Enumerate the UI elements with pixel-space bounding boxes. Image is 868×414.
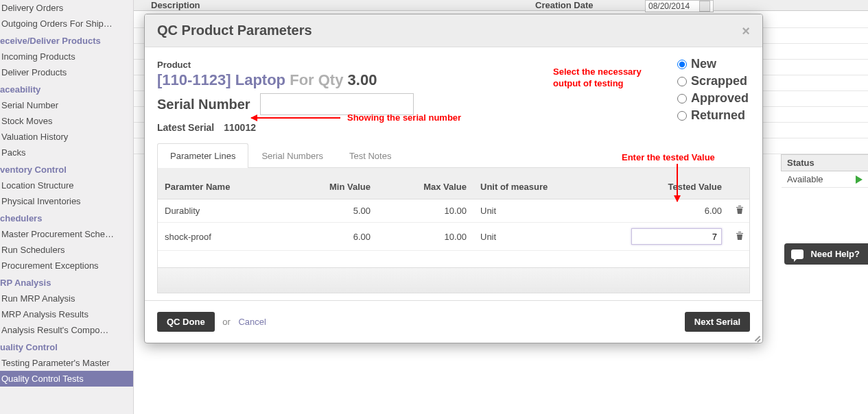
column-status: Status [781, 154, 868, 171]
serial-number-label: Serial Number [157, 97, 250, 112]
sidebar-section[interactable]: aceability [0, 80, 133, 97]
tested-value-input[interactable] [631, 228, 722, 245]
qc-modal: QC Product Parameters × Product [110-112… [144, 14, 763, 343]
cell-name: shock-proof [158, 223, 295, 251]
sidebar-item[interactable]: Testing Parameter's Master [0, 355, 133, 371]
delete-row-icon[interactable] [729, 223, 749, 251]
creation-date-value: 08/20/2014 [648, 1, 690, 12]
sidebar-item[interactable]: Run MRP Analysis [0, 291, 133, 306]
tab-bar: Parameter LinesSerial NumbersTest Notes [157, 143, 750, 168]
status-radio-group: NewScrappedApprovedReturned [677, 54, 749, 125]
col-parameter-name: Paramter Name [158, 168, 295, 199]
sidebar-section[interactable]: RP Analysis [0, 273, 133, 291]
col-min-value: Min Value [295, 168, 377, 199]
annotation-arrow-serial [251, 117, 340, 119]
product-link[interactable]: [110-1123] Laptop [157, 71, 285, 88]
cancel-link[interactable]: Cancel [238, 317, 266, 327]
need-help-button[interactable]: Need Help? [784, 243, 868, 265]
qc-done-button[interactable]: QC Done [157, 312, 215, 332]
sidebar-item[interactable]: Master Procurement Sche… [0, 226, 133, 242]
sidebar: Delivery OrdersOutgoing Orders For Ship…… [0, 0, 134, 414]
status-radio-new[interactable]: New [677, 57, 749, 71]
sidebar-item[interactable]: Deliver Products [0, 64, 133, 80]
sidebar-item[interactable]: Location Structure [0, 178, 133, 193]
calendar-icon[interactable] [699, 1, 710, 12]
arrow-right-icon [856, 175, 863, 184]
sidebar-item[interactable]: Serial Number [0, 97, 133, 113]
close-icon[interactable]: × [742, 24, 750, 38]
column-description: Description [151, 0, 200, 10]
radio-input[interactable] [677, 111, 687, 121]
tab-test-notes[interactable]: Test Notes [336, 143, 404, 168]
status-radio-approved[interactable]: Approved [677, 91, 749, 106]
delete-row-icon[interactable] [729, 199, 749, 223]
sidebar-item[interactable]: MRP Analysis Results [0, 306, 133, 322]
cell-uom: Unit [473, 223, 624, 251]
status-radio-scrapped[interactable]: Scrapped [677, 74, 749, 88]
radio-input[interactable] [677, 77, 687, 86]
col-uom: Unit of measure [473, 168, 624, 199]
need-help-label: Need Help? [810, 249, 860, 259]
sidebar-item[interactable]: Run Schedulers [0, 242, 133, 258]
modal-footer: QC Done or Cancel Next Serial [145, 300, 762, 343]
speech-bubble-icon [791, 249, 804, 259]
sidebar-item[interactable]: Stock Moves [0, 113, 133, 129]
list-header-bar [134, 0, 868, 11]
cell-max: 10.00 [377, 199, 473, 223]
sidebar-item[interactable]: Valuation History [0, 129, 133, 145]
resize-handle-icon[interactable] [751, 332, 761, 341]
radio-input[interactable] [677, 60, 687, 69]
cell-tested [624, 223, 729, 251]
tab-serial-numbers[interactable]: Serial Numbers [248, 143, 336, 168]
table-row[interactable]: shock-proof6.0010.00Unit [158, 223, 749, 251]
status-cell: Available [782, 171, 868, 188]
qty-value: 3.00 [348, 71, 377, 88]
radio-label: New [691, 57, 716, 71]
col-tested-value: Tested Value [624, 168, 729, 199]
sidebar-section[interactable]: ventory Control [0, 160, 133, 178]
sidebar-item[interactable]: Physical Inventories [0, 193, 133, 209]
serial-number-input[interactable] [260, 93, 414, 115]
radio-label: Scrapped [691, 74, 747, 88]
sidebar-item[interactable]: Quality Control Tests [0, 371, 133, 387]
sidebar-section[interactable]: uality Control [0, 338, 133, 355]
status-radio-returned[interactable]: Returned [677, 108, 749, 123]
radio-label: Approved [691, 91, 749, 106]
sidebar-item[interactable]: Packs [0, 145, 133, 160]
product-label: Product [157, 60, 750, 70]
product-line: [110-1123] Laptop For Qty 3.00 [157, 71, 750, 89]
table-row[interactable]: Durablity5.0010.00Unit6.00 [158, 199, 749, 223]
cell-name: Durablity [158, 199, 295, 223]
sidebar-section[interactable]: chedulers [0, 209, 133, 226]
col-max-value: Max Value [377, 168, 473, 199]
for-qty-label: For Qty [290, 71, 343, 88]
sidebar-item[interactable]: Analysis Result's Compo… [0, 322, 133, 338]
cell-uom: Unit [473, 199, 624, 223]
status-value: Available [787, 174, 823, 184]
sidebar-item[interactable]: Procurement Exceptions [0, 258, 133, 273]
column-creation-date: Creation Date [535, 0, 594, 10]
parameter-grid: Paramter Name Min Value Max Value Unit o… [157, 168, 750, 293]
sidebar-item[interactable]: Outgoing Orders For Ship… [0, 16, 133, 32]
sidebar-section[interactable]: eceive/Deliver Products [0, 32, 133, 49]
modal-body: Product [110-1123] Laptop For Qty 3.00 S… [145, 47, 762, 300]
grid-footer-bar [158, 267, 749, 293]
cell-max: 10.00 [377, 223, 473, 251]
modal-header: QC Product Parameters × [145, 14, 762, 47]
latest-serial-value: 110012 [224, 122, 256, 133]
tab-parameter-lines[interactable]: Parameter Lines [157, 143, 248, 168]
sidebar-item[interactable]: Incoming Products [0, 49, 133, 64]
radio-input[interactable] [677, 94, 687, 103]
cell-min: 5.00 [295, 199, 377, 223]
or-label: or [222, 317, 231, 327]
radio-label: Returned [691, 108, 745, 123]
creation-date-input[interactable]: 08/20/2014 [645, 0, 714, 12]
next-serial-button[interactable]: Next Serial [685, 312, 750, 332]
latest-serial-label: Latest Serial [157, 122, 214, 133]
sidebar-item[interactable]: Delivery Orders [0, 0, 133, 16]
cell-tested: 6.00 [624, 199, 729, 223]
cell-min: 6.00 [295, 223, 377, 251]
modal-title: QC Product Parameters [157, 23, 312, 38]
